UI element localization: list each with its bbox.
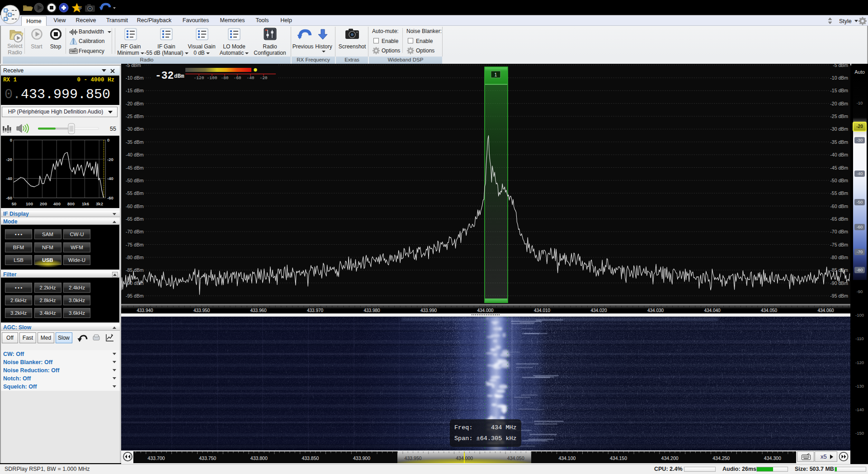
svg-text:dBm: dBm bbox=[174, 73, 184, 80]
svg-text:-40: -40 bbox=[107, 176, 113, 181]
svg-text:-32: -32 bbox=[155, 70, 174, 82]
svg-text:-20: -20 bbox=[107, 157, 113, 162]
svg-text:0: 0 bbox=[107, 137, 109, 142]
svg-text:800: 800 bbox=[67, 201, 75, 206]
svg-text:50: 50 bbox=[12, 201, 17, 206]
svg-text:-100: -100 bbox=[207, 76, 217, 81]
svg-text:-40: -40 bbox=[246, 76, 254, 81]
svg-text:-20: -20 bbox=[6, 157, 12, 162]
svg-text:1: 1 bbox=[495, 72, 497, 77]
svg-text:-20: -20 bbox=[259, 76, 267, 81]
svg-text:-60: -60 bbox=[6, 195, 12, 200]
svg-text:-60: -60 bbox=[233, 76, 241, 81]
svg-text:400: 400 bbox=[53, 201, 61, 206]
svg-text:0: 0 bbox=[10, 137, 12, 142]
svg-text:1k6: 1k6 bbox=[82, 201, 89, 206]
svg-text:-80: -80 bbox=[221, 76, 228, 81]
svg-text:-40: -40 bbox=[6, 176, 12, 181]
svg-text:100: 100 bbox=[26, 201, 33, 206]
svg-text:-120: -120 bbox=[194, 76, 204, 81]
svg-text:200: 200 bbox=[40, 201, 47, 206]
svg-text:-60: -60 bbox=[107, 195, 113, 200]
svg-text:55: 55 bbox=[110, 126, 116, 132]
svg-text:Style: Style bbox=[839, 18, 852, 24]
svg-text:3k2: 3k2 bbox=[96, 201, 103, 206]
